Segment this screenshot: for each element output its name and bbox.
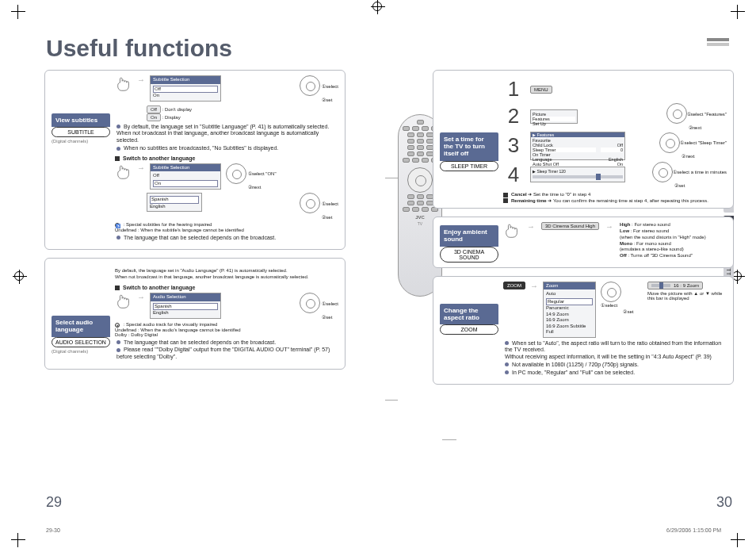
dial-icon xyxy=(300,75,320,96)
crop-mark-br xyxy=(731,533,745,547)
remote-dpad-icon xyxy=(407,167,433,193)
zoom-bar-note: Move the picture with ▲ or ▼ while this … xyxy=(647,291,727,301)
dial-hint-select: ①select xyxy=(322,83,338,89)
chip-on: On xyxy=(147,113,161,121)
chip-on-note: : Display xyxy=(162,114,181,119)
dial-icon xyxy=(300,293,320,313)
channel-scope: (Digital channels) xyxy=(52,139,110,144)
note-item: Please read ""Dolby Digital" output from… xyxy=(116,347,338,361)
impaired-note: : Special audio track for the visually i… xyxy=(124,322,218,327)
sleep-timer-button: SLEEP TIMER xyxy=(440,161,498,171)
cancel-note: Set the time to "0" in step 4 xyxy=(533,192,590,197)
panel-view-subtitles: View subtitles SUBTITLE (Digital channel… xyxy=(44,70,346,250)
remaining-note: You can confirm the remaining time at st… xyxy=(553,198,708,203)
cancel-label: Cancel xyxy=(511,192,527,197)
panel-title: View subtitles xyxy=(52,113,110,127)
option-mono: Mono : For mono sound (emulates a stereo… xyxy=(620,241,706,254)
note-item: By default, the language set in "Subtitl… xyxy=(116,124,338,144)
osd-zoom-menu: Zoom Auto Regular Panoramic 14:9 Zoom 16… xyxy=(543,282,596,338)
zoom-remote-label: ZOOM xyxy=(503,282,525,289)
panel-title: Set a time for the TV to turn itself off xyxy=(440,132,498,161)
crop-mark-tl xyxy=(11,5,25,19)
dial-icon xyxy=(226,163,246,184)
channel-scope: (Digital channels) xyxy=(52,349,110,354)
zoom-button: ZOOM xyxy=(440,324,498,335)
dial-hint-set: ②set xyxy=(322,97,332,102)
panel-3d-cinema-sound: Enjoy ambient sound 3D CINEMA SOUND → 3D… xyxy=(433,217,734,267)
subtitle-button: SUBTITLE xyxy=(52,127,110,137)
step-2: 2 Picture Features Set Up ①select "Featu… xyxy=(503,103,727,130)
panel-audio-language: Select audio language AUDIO SELECTION (D… xyxy=(44,258,346,369)
page-number-right: 30 xyxy=(716,494,732,511)
audio-selection-button: AUDIO SELECTION xyxy=(52,337,110,347)
footer-sheet-id: 29-30 xyxy=(46,527,60,533)
step-1: 1 MENU xyxy=(503,77,727,102)
panel-zoom: Change the aspect ratio ZOOM ZOOM → Zoom… xyxy=(433,276,734,385)
option-low: Low : For stereo sound (when the sound d… xyxy=(620,228,706,241)
registration-mark xyxy=(372,2,382,11)
option-off: Off : Turns off "3D Cinema Sound" xyxy=(620,253,706,259)
osd-subtitle-selection: Subtitle Selection Off On xyxy=(150,75,221,102)
page-edge-marker xyxy=(707,38,729,41)
remaining-label: Remaining time xyxy=(511,198,547,203)
panel-title: Change the aspect ratio xyxy=(440,304,498,324)
chip-off: Off xyxy=(147,105,161,113)
crop-mark-bl xyxy=(11,533,25,547)
dial-icon xyxy=(652,162,673,182)
press-hand-icon xyxy=(115,75,132,93)
osd-sleep-timer: ▶ Sleep Timer 120 xyxy=(530,167,625,182)
page-number-left: 29 xyxy=(46,494,62,511)
dial-icon xyxy=(601,282,621,302)
switch-lang-header: Switch to another language xyxy=(123,155,195,161)
osd-zoom-bar: 16 : 9 Zoom xyxy=(647,282,703,289)
note-item: Not available in 1080i (1125i) / 720p (7… xyxy=(505,362,727,369)
footer-timestamp: 6/29/2006 1:15:00 PM xyxy=(666,527,721,533)
option-high: High : For stereo sound xyxy=(620,222,706,228)
osd-subtitle-selection: Subtitle Selection Off On xyxy=(150,163,221,190)
switch-lang-header: Switch to another language xyxy=(123,285,195,290)
chip-off-note: : Don't display xyxy=(162,106,193,111)
note-item: The language that can be selected depend… xyxy=(116,235,338,242)
page-title: Useful functions xyxy=(46,35,734,62)
impaired-note: : Special subtitles for the hearing impa… xyxy=(124,222,212,227)
menu-button-osd: MENU xyxy=(530,86,552,94)
crop-mark-tr xyxy=(731,5,745,19)
dial-icon xyxy=(666,103,687,124)
panel-title: Select audio language xyxy=(52,316,110,336)
note-item: When no subtitles are broadcasted, "No S… xyxy=(116,145,338,152)
dial-icon xyxy=(659,132,680,153)
undefined-note: Undefined : When the subtitle's language… xyxy=(115,228,244,232)
step-3: 3 ▶ Features FavouriteChild Lock Sleep T… xyxy=(503,132,727,160)
cinema-sound-button: 3D CINEMA SOUND xyxy=(440,247,498,263)
osd-main-menu: Picture Features Set Up xyxy=(530,109,578,124)
press-hand-icon xyxy=(115,293,132,310)
remote-mode: TV xyxy=(418,221,422,226)
note-item: When set to "Auto", the aspect ratio wil… xyxy=(505,340,727,361)
default-audio-note: By default, the language set in "Audio L… xyxy=(115,268,338,280)
panel-sleep-timer: Set a time for the TV to turn itself off… xyxy=(433,70,734,209)
remote-brand: JVC xyxy=(415,215,425,220)
panel-title: Enjoy ambient sound xyxy=(440,225,498,246)
note-item: In PC mode, "Regular" and "Full" can be … xyxy=(505,370,727,377)
dial-icon xyxy=(300,193,320,213)
osd-features-menu: ▶ Features FavouriteChild Lock Sleep Tim… xyxy=(530,132,625,160)
press-hand-icon xyxy=(115,163,132,181)
note-item: The language that can be selected depend… xyxy=(116,339,338,347)
osd-language-list: Spanish English xyxy=(147,193,202,212)
registration-mark xyxy=(14,271,24,281)
dolby-note: Dolby : Dolby Digital xyxy=(115,332,158,337)
press-hand-icon xyxy=(503,222,521,240)
osd-cinema-sound: 3D Cinema Sound High xyxy=(541,222,599,230)
osd-audio-selection: Audio Selection Spanish English xyxy=(150,293,221,319)
